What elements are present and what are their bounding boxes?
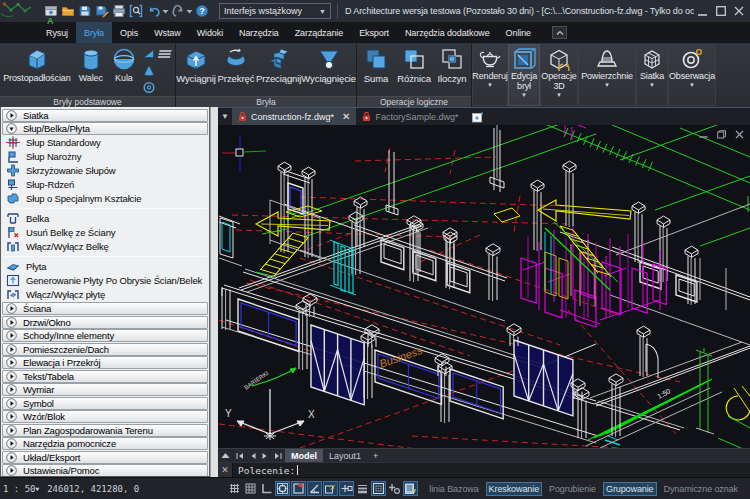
command-prompt[interactable]: Polecenie: bbox=[233, 463, 298, 477]
scale-indicator[interactable]: 1 : 50▼ bbox=[3, 484, 39, 494]
doc-restore-button[interactable] bbox=[717, 130, 726, 139]
redo-dropdown-arrow[interactable] bbox=[186, 2, 193, 20]
palette-header-16[interactable]: Drzwi/Okno bbox=[2, 316, 208, 329]
ribbon-button-prostopadłościan[interactable]: Prostopadłościan bbox=[0, 43, 74, 96]
ribbon-tab-4[interactable]: Widoki bbox=[189, 22, 231, 43]
ribbon-button-wyciągnij[interactable]: Wyciągnij bbox=[176, 43, 216, 96]
status-toggle-angle-snap[interactable] bbox=[307, 481, 322, 496]
palette-scrollbar[interactable] bbox=[210, 107, 218, 477]
palette-item-3[interactable]: Słup Narożny bbox=[1, 150, 209, 164]
status-toggle-ortho[interactable] bbox=[259, 481, 274, 496]
palette-item-6[interactable]: Słup o Specjalnym Kształcie bbox=[1, 192, 209, 206]
status-toggle-grid-display[interactable] bbox=[243, 481, 258, 496]
palette-item-10[interactable]: Włącz/Wyłącz Belkę bbox=[1, 240, 209, 254]
ribbon-button-suma[interactable]: Suma bbox=[357, 43, 395, 96]
undo-button[interactable] bbox=[145, 2, 162, 20]
ribbon-button-przeciągnij[interactable]: Przeciągnij bbox=[256, 43, 301, 96]
help-button[interactable]: ? bbox=[193, 2, 210, 20]
layout-prev-button[interactable] bbox=[247, 452, 259, 460]
status-toggle-osnap[interactable] bbox=[275, 481, 290, 496]
ribbon-button-wyciągnięcie[interactable]: Wyciągnięcie bbox=[301, 43, 356, 96]
palette-header-25[interactable]: Narzędzia pomocnicze bbox=[2, 437, 208, 450]
palette-header-20[interactable]: Tekst/Tabela bbox=[2, 370, 208, 383]
layout-next-button[interactable] bbox=[259, 452, 271, 460]
palette-header-26[interactable]: Układ/Eksport bbox=[2, 451, 208, 464]
open-folder-button[interactable] bbox=[59, 2, 76, 20]
palette-item-4[interactable]: Skrzyżowanie Słupów bbox=[1, 164, 209, 178]
palette-item-12[interactable]: Płyta bbox=[1, 260, 209, 274]
ribbon-button-walec[interactable]: Walec bbox=[74, 43, 108, 96]
palette-header-24[interactable]: Plan Zagospodarowania Terenu bbox=[2, 424, 208, 437]
status-toggle-4[interactable]: Dynamiczne oznak bbox=[661, 482, 741, 496]
palette-item-14[interactable]: Włącz/Wyłącz płytę bbox=[1, 288, 209, 302]
new-document-button[interactable] bbox=[464, 108, 490, 125]
palette-item-13[interactable]: Generowanie Płyty Po Obrysie Ścian/Belek bbox=[1, 274, 209, 288]
layout-last-button[interactable] bbox=[271, 452, 285, 460]
doc-tab-0[interactable]: Construction-fz.dwg* ✕ bbox=[232, 108, 356, 125]
ribbon-tab-3[interactable]: Wstaw bbox=[146, 22, 189, 43]
status-toggle-0[interactable]: linia Bazowa bbox=[426, 482, 481, 496]
ribbon-tab-6[interactable]: Zarządzanie bbox=[287, 22, 351, 43]
status-toggle-polar-tracking[interactable] bbox=[291, 481, 306, 496]
ribbon-tab-7[interactable]: Eksport bbox=[351, 22, 397, 43]
ribbon-tab-1[interactable]: Bryła bbox=[76, 22, 112, 43]
save-button[interactable] bbox=[76, 2, 93, 20]
ribbon-collapse-button[interactable] bbox=[552, 26, 567, 39]
status-toggle-grid-snap[interactable] bbox=[227, 481, 242, 496]
save-as-button[interactable] bbox=[93, 2, 110, 20]
palette-item-5[interactable]: Słup-Rdzeń bbox=[1, 178, 209, 192]
layout-tab-model[interactable]: Model bbox=[285, 449, 323, 463]
doc-tab-close-icon[interactable]: ✕ bbox=[342, 111, 350, 122]
status-toggle-annotation-add[interactable] bbox=[387, 481, 402, 496]
layoutbar-expand-button[interactable] bbox=[218, 452, 233, 459]
print-button[interactable] bbox=[110, 2, 127, 20]
status-toggle-hatch-display[interactable] bbox=[371, 481, 386, 496]
doc-tab-list-button[interactable]: ▼ bbox=[218, 108, 232, 125]
ribbon-button-cone[interactable] bbox=[140, 62, 158, 79]
command-close-button[interactable]: ✕ bbox=[218, 463, 233, 477]
doc-close-button[interactable] bbox=[735, 130, 744, 139]
doc-tab-1[interactable]: FactorySample.dwg* bbox=[356, 108, 464, 125]
ribbon-button-iloczyn[interactable]: Iloczyn bbox=[433, 43, 471, 96]
maximize-button[interactable] bbox=[712, 2, 730, 20]
palette-header-0[interactable]: Siatka bbox=[2, 109, 208, 122]
palette-header-15[interactable]: Ściana bbox=[2, 302, 208, 315]
ribbon-tab-8[interactable]: Narzędzia dodatkowe bbox=[397, 22, 498, 43]
layout-first-button[interactable] bbox=[233, 452, 247, 460]
layout-tab-layout1[interactable]: Layout1 bbox=[323, 449, 367, 463]
status-toggle-2[interactable]: Pogrubienie bbox=[546, 482, 599, 496]
status-toggle-dynamic-input[interactable] bbox=[323, 481, 338, 496]
ribbon-button-kula[interactable]: Kula bbox=[108, 43, 140, 96]
minimize-button[interactable] bbox=[694, 2, 712, 20]
ribbon-button-surface-dome[interactable]: Powierzchnie ▼ bbox=[578, 44, 636, 106]
ribbon-button-mesh-cube[interactable]: Siatka ▼ bbox=[636, 44, 668, 106]
palette-header-23[interactable]: Wzór/Blok bbox=[2, 410, 208, 423]
palette-header-1[interactable]: Słup/Belka/Płyta bbox=[2, 122, 208, 135]
ribbon-button-solid-edit-cube[interactable]: Edycja brył ▼ bbox=[508, 44, 540, 106]
close-button[interactable] bbox=[730, 2, 748, 20]
status-toggle-object-tracking[interactable] bbox=[339, 481, 354, 496]
undo-dropdown-arrow[interactable] bbox=[162, 2, 169, 20]
palette-item-9[interactable]: Usuń Belkę ze Ściany bbox=[1, 226, 209, 240]
palette-header-17[interactable]: Schody/Inne elementy bbox=[2, 329, 208, 342]
ribbon-button-orbit-eye[interactable]: Obserwacja ▼ bbox=[668, 44, 716, 106]
ribbon-button-torus[interactable] bbox=[140, 79, 158, 96]
ribbon-tab-5[interactable]: Narzędzia bbox=[231, 22, 287, 43]
ribbon-button-teapot[interactable]: Renderuj ▼ bbox=[472, 44, 508, 106]
status-toggle-lineweight[interactable] bbox=[355, 481, 370, 496]
status-toggle-1[interactable]: Kreskowanie bbox=[486, 482, 542, 496]
ribbon-tab-9[interactable]: Online bbox=[498, 22, 539, 43]
layout-tab-new[interactable]: + bbox=[367, 449, 384, 463]
ribbon-tab-0[interactable]: Rysuj bbox=[38, 22, 76, 43]
palette-header-21[interactable]: Wymiar bbox=[2, 383, 208, 396]
palette-header-27[interactable]: Ustawienia/Pomoc bbox=[2, 464, 208, 477]
ribbon-tab-2[interactable]: Opis bbox=[112, 22, 146, 43]
ribbon-button-różnica[interactable]: Różnica bbox=[395, 43, 433, 96]
doc-minimize-button[interactable] bbox=[699, 130, 708, 139]
cad-drawing[interactable]: #cadsvg line,#cadsvg polyline,#cadsvg po… bbox=[218, 125, 750, 448]
app-logo[interactable] bbox=[0, 0, 40, 22]
ribbon-button-polysolid[interactable] bbox=[158, 45, 175, 62]
ribbon-button-wedge[interactable] bbox=[140, 45, 158, 62]
palette-header-18[interactable]: Pomieszczenie/Dach bbox=[2, 343, 208, 356]
palette-item-2[interactable]: Słup Standardowy bbox=[1, 136, 209, 150]
